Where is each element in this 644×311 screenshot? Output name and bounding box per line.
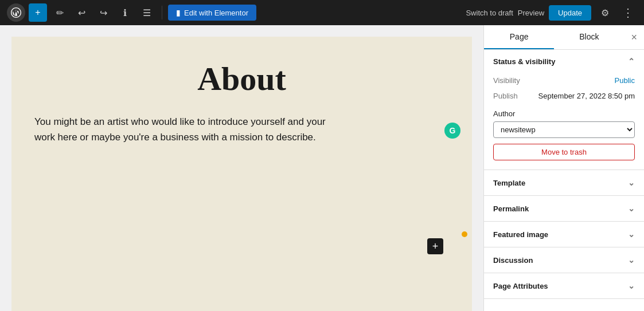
publish-value: September 27, 2022 8:50 pm [538, 92, 635, 100]
permalink-header[interactable]: Permalink ⌄ [484, 196, 644, 221]
main-area: About You might be an artist who would l… [0, 25, 644, 311]
page-attributes-section: Page Attributes ⌄ [484, 273, 644, 299]
author-label: Author [493, 109, 635, 118]
grammarly-badge: G [444, 123, 460, 139]
orange-indicator-dot [462, 231, 467, 237]
toolbar-divider [162, 6, 162, 19]
canvas-area[interactable]: About You might be an artist who would l… [0, 25, 483, 311]
discussion-title: Discussion [493, 256, 533, 265]
add-block-toolbar-button[interactable]: + [29, 3, 47, 22]
page-attributes-chevron: ⌄ [628, 281, 635, 290]
edit-elementor-label: Edit with Elementor [184, 9, 248, 17]
author-select[interactable]: newsitewp [493, 121, 635, 138]
visibility-value[interactable]: Public [615, 76, 635, 85]
publish-row: Publish September 27, 2022 8:50 pm [493, 88, 635, 104]
list-view-button[interactable]: ☰ [138, 3, 156, 22]
page-canvas: About You might be an artist who would l… [11, 37, 472, 311]
sidebar-panel: Page Block × Status & visibility ⌃ Visib… [483, 25, 644, 311]
toolbar-left: + ✏ ↩ ↪ ℹ ☰ ▮ Edit with Elementor [7, 3, 256, 22]
elementor-icon: ▮ [176, 8, 181, 17]
edit-with-elementor-button[interactable]: ▮ Edit with Elementor [168, 5, 256, 21]
featured-image-header[interactable]: Featured image ⌄ [484, 222, 644, 247]
wordpress-logo[interactable] [7, 3, 25, 22]
page-attributes-title: Page Attributes [493, 282, 548, 290]
permalink-section: Permalink ⌄ [484, 196, 644, 222]
add-block-canvas-button[interactable]: + [427, 238, 443, 254]
status-visibility-chevron: ⌃ [628, 57, 635, 66]
author-section: Author newsitewp [493, 109, 635, 144]
status-visibility-section: Status & visibility ⌃ Visibility Public … [484, 50, 644, 170]
main-toolbar: + ✏ ↩ ↪ ℹ ☰ ▮ Edit with Elementor Switch… [0, 0, 644, 25]
page-heading: About [197, 60, 286, 98]
visibility-label: Visibility [493, 76, 520, 85]
toolbar-right: Switch to draft Preview Update ⚙ ⋮ [466, 3, 637, 22]
info-button[interactable]: ℹ [116, 3, 134, 22]
permalink-chevron: ⌄ [628, 204, 635, 213]
visibility-row: Visibility Public [493, 73, 635, 88]
discussion-header[interactable]: Discussion ⌄ [484, 247, 644, 273]
template-chevron: ⌄ [628, 178, 635, 187]
edit-tool-button[interactable]: ✏ [50, 3, 69, 22]
template-title: Template [493, 179, 525, 187]
sidebar-close-button[interactable]: × [625, 27, 645, 48]
sidebar-content: Status & visibility ⌃ Visibility Public … [484, 50, 644, 311]
redo-button[interactable]: ↪ [94, 3, 112, 22]
permalink-title: Permalink [493, 204, 529, 213]
preview-button[interactable]: Preview [518, 9, 544, 17]
discussion-section: Discussion ⌄ [484, 247, 644, 273]
update-button[interactable]: Update [549, 5, 591, 21]
switch-draft-button[interactable]: Switch to draft [466, 9, 513, 17]
page-attributes-header[interactable]: Page Attributes ⌄ [484, 273, 644, 298]
template-section: Template ⌄ [484, 170, 644, 196]
tab-page[interactable]: Page [484, 25, 554, 49]
tab-block[interactable]: Block [554, 25, 624, 49]
publish-label: Publish [493, 92, 518, 100]
featured-image-section: Featured image ⌄ [484, 222, 644, 247]
featured-image-chevron: ⌄ [628, 230, 635, 239]
discussion-chevron: ⌄ [628, 255, 635, 265]
status-visibility-body: Visibility Public Publish September 27, … [484, 73, 644, 170]
status-visibility-title: Status & visibility [493, 57, 555, 66]
undo-button[interactable]: ↩ [72, 3, 91, 22]
page-body-text: You might be an artist who would like to… [34, 114, 333, 145]
settings-button[interactable]: ⚙ [596, 3, 614, 22]
featured-image-title: Featured image [493, 230, 548, 239]
sidebar-header: Page Block × [484, 25, 644, 50]
more-options-button[interactable]: ⋮ [619, 3, 637, 22]
move-to-trash-button[interactable]: Move to trash [493, 144, 635, 160]
status-visibility-header[interactable]: Status & visibility ⌃ [484, 50, 644, 73]
template-header[interactable]: Template ⌄ [484, 170, 644, 195]
